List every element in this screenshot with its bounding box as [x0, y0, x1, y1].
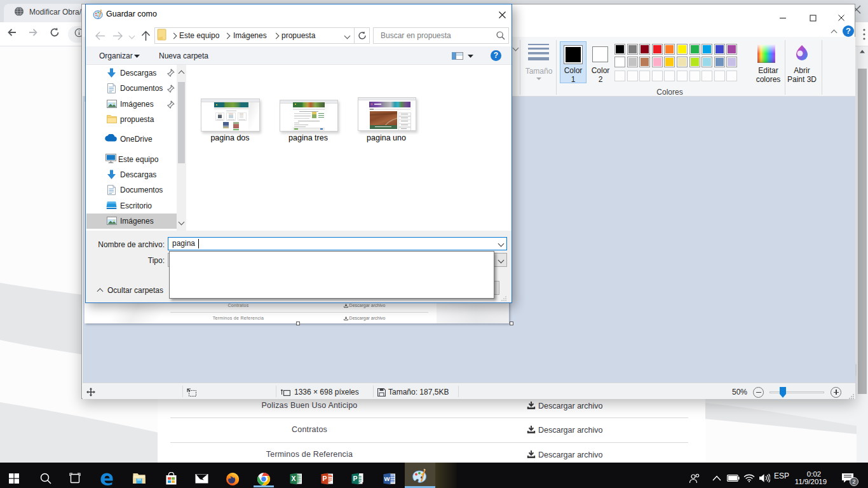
- svg-text:P: P: [353, 475, 357, 482]
- svg-text:W: W: [384, 475, 390, 482]
- svg-text:X: X: [291, 475, 295, 482]
- svg-text:P: P: [322, 475, 327, 482]
